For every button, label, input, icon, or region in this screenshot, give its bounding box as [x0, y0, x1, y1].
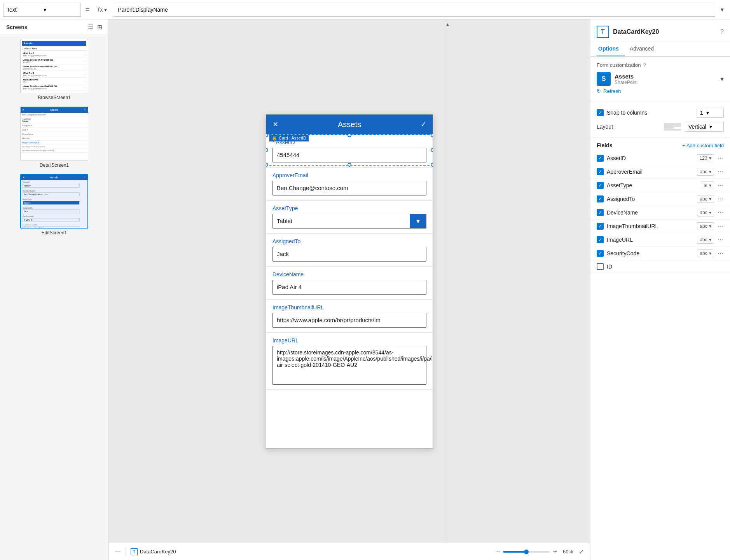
edit-screen-preview: ✕ Assets ✓ *AssetID 4545444 ApproverEmai… [20, 174, 88, 229]
scroll-up-icon[interactable]: ▲ [445, 22, 450, 27]
browse-preview-search: Search items [22, 47, 86, 51]
securitycode-checkbox[interactable]: ✓ [597, 250, 604, 257]
tab-options[interactable]: Options [597, 42, 625, 56]
layout-select[interactable]: Vertical ▾ [685, 122, 724, 132]
imageurl-input[interactable]: http://store.storeimages.cdn-apple.com/8… [272, 346, 426, 385]
screen-item-detail[interactable]: ✕ Assets ✎ Ben.Change@contoso.com AssetT… [4, 106, 105, 168]
fx-chevron-icon: ▾ [104, 7, 107, 13]
help-icon[interactable]: ? [720, 28, 724, 35]
canvas-scrollbar[interactable]: ▲ [445, 19, 450, 543]
field-row-assettype[interactable]: ✓ AssetType ⊞ ▾ ··· [590, 179, 730, 192]
fields-section: Fields + Add custom field ✓ AssetID 123 … [590, 138, 730, 273]
zoom-slider-thumb[interactable] [524, 550, 529, 554]
lock-icon: 🔒 [272, 136, 277, 141]
layout-value: Vertical [688, 124, 706, 130]
screen-item-edit[interactable]: ✕ Assets ✓ *AssetID 4545444 ApproverEmai… [4, 174, 105, 236]
formula-chevron-icon[interactable]: ▾ [718, 6, 727, 13]
right-panel: T DataCardKey20 ? Options Advanced Form … [590, 19, 730, 560]
right-panel-body: Form customization ? S Assets SharePoint… [590, 57, 730, 560]
fx-button[interactable]: fx ▾ [94, 5, 111, 15]
approveremail-checkbox[interactable]: ✓ [597, 168, 604, 175]
assetid-input[interactable]: 4545444 [272, 148, 426, 162]
devicename-type[interactable]: abc ▾ [697, 209, 714, 216]
field-row-securitycode[interactable]: ✓ SecurityCode abc ▾ ··· [590, 247, 730, 260]
id-checkbox[interactable] [597, 263, 604, 270]
zoom-out-button[interactable]: − [496, 548, 500, 555]
assettype-type[interactable]: ⊞ ▾ [701, 181, 714, 189]
sidebar-title: Screens [6, 24, 27, 30]
screen-item-browse[interactable]: Assets Search items iPad Air 2 ben.fung@… [4, 39, 105, 100]
assignedto-type[interactable]: abc ▾ [697, 195, 714, 203]
assettype-dropdown-btn[interactable]: ▾ [410, 214, 426, 228]
assettype-more-icon[interactable]: ··· [717, 182, 724, 189]
assignedto-input[interactable]: Jack [272, 247, 426, 262]
assetid-checkbox[interactable]: ✓ [597, 155, 604, 162]
devicename-checkbox[interactable]: ✓ [597, 209, 604, 216]
snap-to-columns-section: ✓ Snap to columns 1 ▾ Layout [590, 102, 730, 138]
browse-item-1: iPad Air 2 ben.fung@device.com › [22, 51, 86, 58]
grid-view-icon[interactable]: ⊞ [97, 23, 102, 31]
assetid-more-icon[interactable]: ··· [717, 155, 724, 162]
refresh-label: Refresh [603, 88, 621, 94]
browse-preview-header: Assets [22, 41, 86, 46]
edit-screen-label: EditScreen1 [42, 230, 67, 236]
field-row-devicename[interactable]: ✓ DeviceName abc ▾ ··· [590, 206, 730, 220]
card-label: 🔒 Card : AssetID [269, 135, 309, 141]
browse-item-4: iPad Air 4 ben.fung@device.com › [22, 71, 86, 78]
browse-item-2: Asus Zen Book Pro 520 GB mail@... › [22, 58, 86, 65]
snap-checkbox[interactable]: ✓ [597, 109, 604, 116]
form-field-assignedto: AssignedTo Jack [266, 234, 433, 267]
form-field-approveremail: ApproverEmail Ben.Change@contoso.com [266, 167, 433, 201]
refresh-button[interactable]: ↻ Refresh [597, 86, 724, 96]
zoom-slider[interactable] [503, 551, 550, 553]
imagethumbnailurl-type[interactable]: abc ▾ [697, 222, 714, 230]
devicename-more-icon[interactable]: ··· [717, 209, 724, 216]
imagethumbnailurl-checkbox[interactable]: ✓ [597, 223, 604, 230]
field-row-id[interactable]: ID [590, 260, 730, 273]
phone-close-icon[interactable]: ✕ [272, 120, 278, 129]
assetid-type[interactable]: 123 ▾ [697, 154, 714, 162]
data-source-info: S Assets SharePoint [597, 72, 637, 86]
assettype-dropdown[interactable]: Tablet ▾ [272, 214, 426, 229]
approveremail-type[interactable]: abc ▾ [697, 168, 714, 176]
form-field-devicename: DeviceName iPad Air 4 [266, 267, 433, 300]
imageurl-more-icon[interactable]: ··· [717, 236, 724, 243]
zoom-in-button[interactable]: + [553, 548, 557, 555]
assignedto-more-icon[interactable]: ··· [717, 195, 724, 202]
imageurl-type[interactable]: abc ▾ [697, 236, 714, 244]
field-row-approveremail[interactable]: ✓ ApproverEmail abc ▾ ··· [590, 165, 730, 179]
assignedto-checkbox[interactable]: ✓ [597, 195, 604, 202]
securitycode-type[interactable]: abc ▾ [697, 249, 714, 257]
securitycode-more-icon[interactable]: ··· [717, 250, 724, 257]
formula-input[interactable]: Parent.DisplayName [113, 3, 715, 17]
phone-check-icon[interactable]: ✓ [421, 120, 426, 129]
approveremail-label: ApproverEmail [272, 172, 426, 178]
devicename-input[interactable]: iPad Air 4 [272, 280, 426, 295]
more-options-button[interactable]: ··· [115, 548, 121, 556]
datasource-chevron-icon[interactable]: ▾ [720, 75, 724, 83]
assettype-checkbox[interactable]: ✓ [597, 182, 604, 189]
component-type-dropdown[interactable]: Text ▾ [3, 3, 81, 17]
field-row-imageurl[interactable]: ✓ ImageURL abc ▾ ··· [590, 233, 730, 247]
list-view-icon[interactable]: ☰ [88, 23, 93, 31]
form-customization-help-icon[interactable]: ? [643, 62, 646, 68]
datacardkey-panel-icon: T [597, 26, 609, 38]
field-row-assetid[interactable]: ✓ AssetID 123 ▾ ··· [590, 152, 730, 165]
imagethumbnail-input[interactable]: https://www.apple.com/br/pr/products/im [272, 313, 426, 328]
detail-screen-label: DetailScreen1 [40, 162, 69, 168]
add-custom-field-button[interactable]: + Add custom field [682, 143, 724, 148]
tab-advanced[interactable]: Advanced [628, 42, 660, 56]
columns-select[interactable]: 1 ▾ [697, 108, 724, 118]
detail-preview-header: ✕ Assets ✎ [21, 107, 88, 113]
imageurl-checkbox[interactable]: ✓ [597, 236, 604, 243]
approveremail-input[interactable]: Ben.Change@contoso.com [272, 181, 426, 195]
field-row-imagethumbnailurl[interactable]: ✓ ImageThumbnailURL abc ▾ ··· [590, 220, 730, 233]
field-name-assettype: AssetType [607, 182, 698, 188]
datacardkey-icon: T [131, 548, 138, 555]
expand-icon[interactable]: ⤢ [579, 548, 584, 555]
field-row-assignedto[interactable]: ✓ AssignedTo abc ▾ ··· [590, 192, 730, 206]
datasource-name: Assets [615, 73, 637, 80]
zoom-slider-fill [503, 551, 526, 553]
approveremail-more-icon[interactable]: ··· [717, 168, 724, 175]
imagethumbnailurl-more-icon[interactable]: ··· [717, 223, 724, 230]
